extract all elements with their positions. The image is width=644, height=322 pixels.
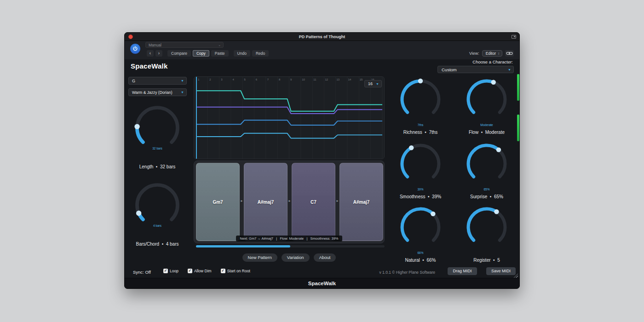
chord-card[interactable]: A#maj7	[339, 163, 383, 241]
pattern-status: Next: Gm7 → A#maj7 | Flow: Moderate | Sm…	[236, 236, 343, 242]
richness-knob[interactable]: 7ths Richness • 7ths	[397, 76, 443, 135]
ruler-label: 10	[302, 78, 313, 82]
ruler-label: 3	[221, 78, 232, 82]
start-on-root-checkbox[interactable]: ✓ Start on Root	[221, 269, 250, 273]
key-dropdown[interactable]: G	[128, 77, 187, 85]
updown-chevrons-icon	[498, 52, 500, 56]
app-title: SpaceWalk	[131, 62, 167, 70]
titlebar[interactable]: PD Patterns of Thought	[125, 33, 519, 41]
knob-caption: Smoothness • 39%	[400, 194, 441, 199]
length-knob[interactable]: 32 bars Length • 32 bars	[132, 103, 183, 169]
power-icon	[132, 46, 138, 52]
redo-button[interactable]: Redo	[252, 50, 269, 57]
knob-caption: Richness • 7ths	[403, 130, 438, 135]
chord-card[interactable]: C7	[292, 163, 335, 241]
knob-arc	[132, 103, 183, 153]
drag-midi-button[interactable]: Drag MIDI	[448, 267, 477, 275]
knob-arc	[397, 76, 443, 122]
chord-name: A#maj7	[258, 200, 274, 205]
natural-knob[interactable]: 66% Natural • 66%	[397, 204, 443, 263]
compare-button[interactable]: Compare	[167, 50, 191, 57]
ruler-label: 1	[198, 78, 209, 82]
save-midi-button[interactable]: Save MIDI	[486, 267, 516, 275]
bars-per-chord-knob[interactable]: 4 bars Bars/Chord • 4 bars	[132, 180, 183, 247]
window-title: PD Patterns of Thought	[299, 34, 345, 39]
chord-name: Gm7	[213, 200, 223, 205]
link-icon	[506, 51, 513, 56]
card-arrow-icon: ▸	[240, 199, 244, 203]
new-pattern-button[interactable]: New Pattern	[242, 253, 277, 262]
ruler-label: 11	[313, 78, 325, 82]
scale-dropdown[interactable]: Warm & Jazzy (Dorian)	[128, 88, 187, 96]
playback-progress[interactable]	[196, 245, 385, 247]
ruler-label: 9	[290, 78, 302, 82]
plugin-window-icon[interactable]	[512, 35, 516, 39]
checkbox-box[interactable]: ✓	[221, 269, 225, 273]
ruler-label: 5	[244, 78, 256, 82]
knob-caption: Flow • Moderate	[469, 130, 505, 135]
voice-lines-chart	[194, 77, 384, 159]
chord-card[interactable]: Gm7	[196, 163, 240, 241]
progress-fill	[196, 245, 290, 247]
character-label: Choose a Character:	[472, 59, 513, 64]
chevron-down-icon	[181, 79, 186, 82]
knob-caption: Surprise • 65%	[470, 194, 503, 199]
chord-name: C7	[310, 200, 316, 205]
chevron-down-icon	[376, 82, 381, 86]
bar-ruler: 12345678910111213141516	[198, 78, 383, 82]
paste-button[interactable]: Paste	[211, 50, 229, 57]
chevron-down-icon	[508, 68, 513, 71]
surprise-knob[interactable]: 65% Surprise • 65%	[464, 141, 510, 199]
undo-button[interactable]: Undo	[234, 50, 250, 57]
scale-value: Warm & Jazzy (Dorian)	[132, 90, 172, 95]
knob-value: 7ths	[418, 123, 423, 127]
ruler-label: 7	[267, 78, 279, 82]
power-button[interactable]	[130, 44, 140, 54]
variation-button[interactable]: Variation	[282, 253, 310, 262]
about-button[interactable]: About	[314, 253, 336, 262]
register-knob[interactable]: Register • 5	[464, 204, 510, 263]
allow-dim-checkbox[interactable]: ✓ Allow Dim	[188, 269, 212, 273]
footer-title: SpaceWalk	[308, 281, 336, 286]
ruler-label: 4	[232, 78, 244, 82]
knob-value: 4 bars	[153, 224, 161, 228]
pattern-sequencer: 12345678910111213141516 16	[194, 76, 385, 159]
level-meter-segment	[517, 115, 519, 141]
bars-count-value: 16	[368, 81, 373, 86]
preset-dropdown[interactable]: Manual	[145, 42, 224, 48]
copy-button[interactable]: Copy	[193, 50, 209, 57]
bars-count-dropdown[interactable]: 16	[364, 80, 382, 87]
knob-caption: Register • 5	[473, 258, 500, 263]
card-arrow-icon: ▸	[288, 199, 292, 203]
card-arrow-icon: ▸	[335, 199, 339, 203]
checkbox-label: Loop	[170, 269, 178, 273]
link-button[interactable]	[505, 50, 514, 57]
ruler-label: 14	[348, 78, 360, 82]
knob-caption: Natural • 66%	[405, 258, 436, 263]
version-text: v 1.0.1 © Higher Plane Software	[357, 270, 435, 275]
footer-bar: SpaceWalk	[125, 278, 519, 288]
key-value: G	[132, 79, 135, 83]
chord-card[interactable]: A#maj7	[244, 163, 288, 241]
close-button[interactable]	[128, 34, 133, 39]
chevron-down-icon	[181, 91, 186, 94]
knob-caption: Bars/Chord • 4 bars	[136, 242, 179, 247]
back-button[interactable]: ‹	[147, 50, 154, 57]
playhead-line	[196, 77, 197, 159]
flow-knob[interactable]: Moderate Flow • Moderate	[464, 76, 510, 135]
checkbox-box[interactable]: ✓	[188, 269, 192, 273]
sync-toggle[interactable]: Sync: Off	[133, 270, 151, 275]
forward-button[interactable]: ›	[155, 50, 162, 57]
level-meter-segment	[517, 74, 519, 101]
checkbox-box[interactable]: ✓	[163, 269, 168, 273]
knob-value: 32 bars	[152, 147, 162, 150]
smoothness-knob[interactable]: 39% Smoothness • 39%	[397, 141, 443, 199]
checkbox-label: Start on Root	[227, 269, 250, 273]
view-dropdown[interactable]: Editor	[482, 50, 502, 57]
ruler-label: 12	[325, 78, 336, 82]
character-dropdown[interactable]: Custom	[437, 66, 514, 73]
loop-checkbox[interactable]: ✓ Loop	[163, 269, 178, 273]
knob-value: 65%	[483, 188, 489, 191]
ruler-label: 6	[256, 78, 267, 82]
preset-value: Manual	[149, 43, 161, 47]
